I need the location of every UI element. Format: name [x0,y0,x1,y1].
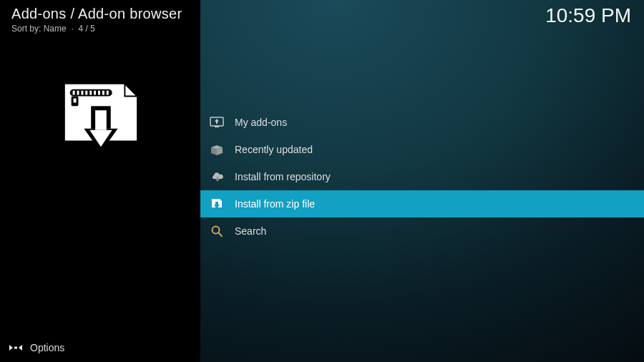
sort-label: Sort by: [11,24,41,34]
svg-rect-23 [215,202,218,205]
zip-download-small-icon [209,196,225,212]
svg-rect-4 [85,91,87,95]
my-addons-icon [209,114,225,130]
svg-rect-14 [95,110,107,130]
svg-rect-2 [77,91,79,95]
menu-item-search[interactable]: Search [200,217,644,245]
svg-rect-8 [102,91,104,95]
breadcrumb: Add-ons / Add-on browser [11,6,182,22]
menu-item-install-from-repository[interactable]: Install from repository [200,163,644,190]
box-open-icon [209,142,225,157]
cloud-download-icon [209,169,225,185]
svg-rect-6 [94,91,96,95]
svg-line-26 [219,233,223,237]
svg-rect-9 [107,91,109,95]
svg-marker-27 [9,345,13,351]
header: Add-ons / Add-on browser Sort by: Name ·… [11,6,182,34]
options-label: Options [30,342,64,353]
svg-rect-7 [98,91,100,95]
menu-item-label: Install from repository [235,171,331,182]
sort-value: Name [44,24,67,34]
svg-rect-1 [73,91,75,95]
left-panel [0,0,200,362]
svg-rect-5 [89,91,92,95]
svg-marker-28 [19,345,22,351]
options-button[interactable]: Options [9,341,64,355]
menu-item-label: Install from zip file [235,198,315,210]
clock: 10:59 PM [545,4,631,27]
svg-rect-11 [74,99,77,103]
position-indicator: 4 / 5 [78,24,94,34]
options-arrows-icon [9,341,23,355]
svg-rect-3 [81,91,83,95]
separator-dot: · [69,24,78,34]
menu-item-install-from-zip[interactable]: Install from zip file [200,190,644,217]
svg-marker-18 [215,119,219,124]
menu-item-label: My add-ons [235,117,287,128]
menu-item-label: Recently updated [235,144,313,155]
zip-download-icon [57,80,142,159]
svg-rect-17 [215,126,219,127]
menu-item-recently-updated[interactable]: Recently updated [200,136,644,163]
svg-rect-29 [14,347,17,349]
menu-list: My add-ons Recently updated Install from… [200,109,644,245]
menu-item-label: Search [235,225,266,237]
search-icon [209,223,225,239]
menu-item-my-addons[interactable]: My add-ons [200,109,644,136]
header-subline: Sort by: Name · 4 / 5 [11,24,182,34]
